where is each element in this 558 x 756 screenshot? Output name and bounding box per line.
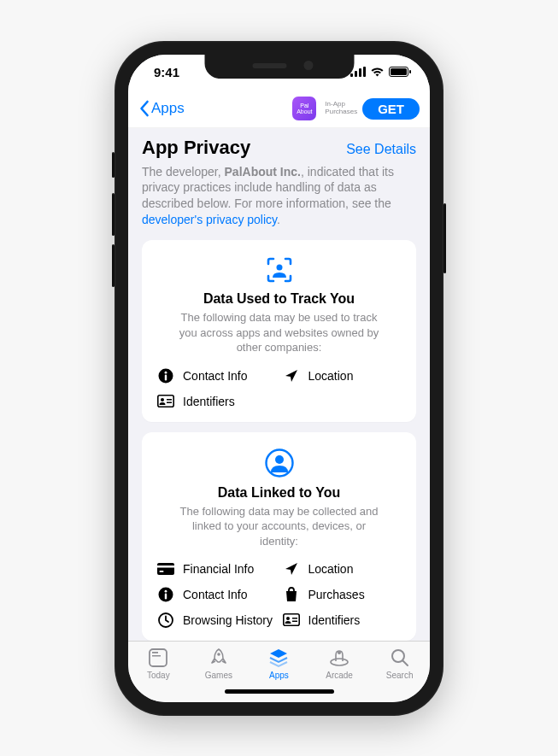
data-item-browsing: Browsing History <box>157 612 276 629</box>
svg-point-22 <box>165 590 167 593</box>
svg-point-32 <box>217 653 220 656</box>
battery-icon <box>389 65 411 79</box>
info-icon <box>157 367 174 384</box>
card-linked-subtitle: The following data may be collected and … <box>173 504 386 549</box>
location-icon <box>283 367 300 384</box>
data-item-location2: Location <box>283 560 402 577</box>
get-button[interactable]: GET <box>362 98 420 120</box>
today-icon <box>147 647 169 669</box>
svg-rect-14 <box>167 401 172 403</box>
privacy-description: The developer, PalAbout Inc., indicated … <box>142 164 416 229</box>
svg-rect-6 <box>409 70 411 73</box>
data-item-identifiers2: Identifiers <box>283 612 402 629</box>
svg-rect-23 <box>165 594 167 600</box>
see-details-link[interactable]: See Details <box>346 142 416 157</box>
phone-frame: 9:41 Apps Pal About In-App <box>115 41 443 716</box>
data-item-identifiers: Identifiers <box>157 393 276 410</box>
arcade-icon <box>328 647 350 669</box>
developer-name: PalAbout Inc. <box>225 165 301 179</box>
wifi-icon <box>370 65 385 79</box>
tab-apps[interactable]: Apps <box>253 647 304 680</box>
status-time: 9:41 <box>154 65 179 79</box>
svg-rect-2 <box>359 68 361 77</box>
data-item-purchases: Purchases <box>283 586 402 603</box>
track-icon <box>157 255 401 284</box>
app-icon[interactable]: Pal About <box>292 97 316 120</box>
credit-card-icon <box>157 560 174 577</box>
svg-point-9 <box>165 372 167 374</box>
svg-rect-19 <box>157 566 174 568</box>
back-button[interactable]: Apps <box>138 100 292 117</box>
chevron-left-icon <box>138 100 150 117</box>
bag-icon <box>283 586 300 603</box>
svg-rect-10 <box>165 374 167 380</box>
svg-point-16 <box>275 455 284 464</box>
svg-rect-31 <box>152 655 161 657</box>
clock-icon <box>157 612 174 629</box>
svg-rect-20 <box>160 571 164 572</box>
tab-arcade[interactable]: Arcade <box>314 647 365 680</box>
svg-point-33 <box>331 659 348 665</box>
tab-search[interactable]: Search <box>374 647 426 680</box>
svg-rect-3 <box>363 67 366 77</box>
back-label: Apps <box>151 100 185 117</box>
info-icon <box>157 586 174 603</box>
svg-point-34 <box>338 651 341 654</box>
tab-games[interactable]: Games <box>193 647 244 680</box>
svg-rect-25 <box>283 614 298 625</box>
svg-rect-30 <box>152 652 158 653</box>
data-item-location: Location <box>283 367 402 384</box>
id-card-icon <box>283 612 300 629</box>
linked-icon <box>157 448 401 478</box>
privacy-policy-link[interactable]: developer's privacy policy <box>142 213 277 226</box>
card-linked: Data Linked to You The following data ma… <box>142 432 416 641</box>
notch <box>204 55 354 79</box>
card-linked-title: Data Linked to You <box>157 485 401 501</box>
data-item-contact-info: Contact Info <box>157 367 276 384</box>
svg-rect-13 <box>167 399 172 401</box>
location-icon <box>283 560 300 577</box>
svg-rect-28 <box>292 621 297 623</box>
rocket-icon <box>208 647 230 669</box>
tab-bar: Today Games Apps Arcade Search <box>128 641 430 682</box>
home-indicator[interactable] <box>128 682 430 702</box>
card-track-subtitle: The following data may be used to track … <box>173 310 386 355</box>
svg-rect-11 <box>158 396 173 407</box>
svg-point-26 <box>286 617 290 620</box>
iap-label: In-App Purchases <box>325 101 357 116</box>
search-icon <box>389 647 411 669</box>
svg-rect-27 <box>292 618 297 619</box>
page-title: App Privacy <box>142 137 250 159</box>
svg-point-12 <box>161 398 164 401</box>
card-track-title: Data Used to Track You <box>157 291 401 307</box>
apps-icon <box>267 647 290 669</box>
svg-rect-0 <box>350 73 353 77</box>
card-track: Data Used to Track You The following dat… <box>142 240 416 422</box>
nav-bar: Apps Pal About In-App Purchases GET <box>128 91 430 128</box>
screen: 9:41 Apps Pal About In-App <box>128 55 430 702</box>
data-item-contact2: Contact Info <box>157 586 276 603</box>
svg-rect-5 <box>391 68 407 75</box>
content-area: App Privacy See Details The developer, P… <box>128 128 430 641</box>
svg-rect-1 <box>355 71 357 77</box>
svg-point-7 <box>276 265 282 271</box>
svg-rect-18 <box>157 563 174 575</box>
data-item-financial: Financial Info <box>157 560 276 577</box>
id-card-icon <box>157 393 174 410</box>
tab-today[interactable]: Today <box>132 647 184 680</box>
